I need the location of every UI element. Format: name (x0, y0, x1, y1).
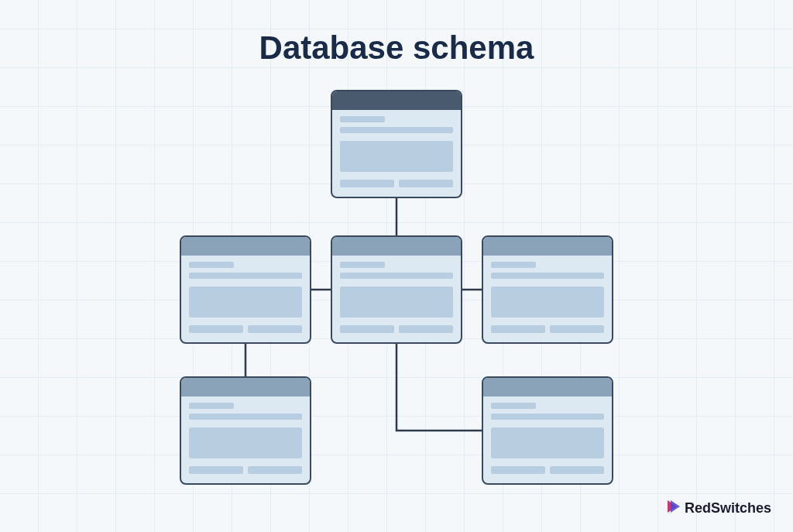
table-header (181, 237, 310, 256)
play-icon (666, 499, 680, 518)
table-header (483, 378, 612, 396)
schema-diagram (0, 0, 793, 532)
table-header (181, 378, 310, 396)
table-node-left (180, 235, 311, 344)
table-header (332, 237, 461, 256)
table-body (483, 256, 612, 339)
table-node-center (331, 235, 462, 344)
table-body (181, 396, 310, 480)
table-body (181, 256, 310, 339)
table-body (483, 396, 612, 480)
table-node-bottom-right (482, 376, 613, 485)
table-node-bottom-left (180, 376, 311, 485)
table-header (483, 237, 612, 256)
brand-logo: RedSwitches (666, 499, 771, 518)
table-node-right (482, 235, 613, 344)
table-body (332, 110, 461, 194)
table-node-top (331, 90, 462, 198)
table-body (332, 256, 461, 339)
table-header (332, 91, 461, 110)
brand-name: RedSwitches (685, 500, 771, 517)
